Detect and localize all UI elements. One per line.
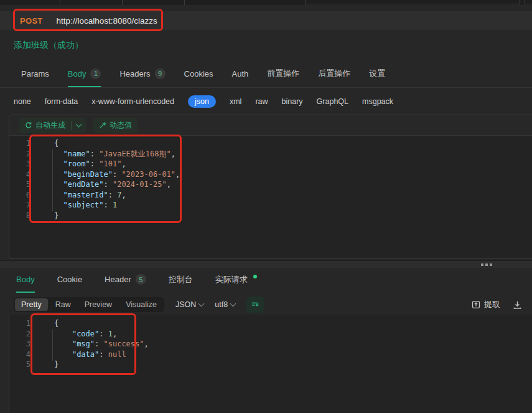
body-type-x-www-form-urlencoded[interactable]: x-www-form-urlencoded <box>91 97 174 106</box>
status-dot <box>253 275 257 278</box>
auto-generate-button[interactable]: 自动生成 <box>19 120 71 131</box>
method-selector[interactable]: POST <box>20 16 43 26</box>
wand-icon <box>99 121 106 129</box>
download-button[interactable] <box>513 300 522 310</box>
tab-body[interactable]: Body 1 <box>68 62 101 87</box>
tab-settings[interactable]: 设置 <box>369 62 385 87</box>
body-type-raw[interactable]: raw <box>255 97 268 106</box>
tab-console[interactable]: 控制台 <box>169 268 193 293</box>
extract-icon <box>472 300 480 309</box>
tab-response-body[interactable]: Body <box>16 268 35 293</box>
chevron-down-icon <box>230 301 236 307</box>
auto-generate-button-group: 自动生成 <box>19 118 86 133</box>
dynamic-value-button[interactable]: 动态值 <box>93 118 138 133</box>
indent-guide <box>52 330 53 361</box>
panel-resize-handle[interactable] <box>0 260 532 268</box>
request-json-editor[interactable]: 12345678 { "name": "JavaEE就业168期", "room… <box>9 136 532 259</box>
request-body-panel: 自动生成 动态值 12345678 { "name": <box>9 115 532 259</box>
tab-outline <box>305 0 520 4</box>
auto-generate-dropdown[interactable] <box>72 124 86 126</box>
tab-headers[interactable]: Headers 9 <box>119 62 165 87</box>
line-number-gutter: 12345 <box>9 318 40 370</box>
line-number-gutter: 12345678 <box>9 138 40 221</box>
tab-outline <box>525 0 532 4</box>
indent-guide <box>52 150 53 211</box>
request-json-code[interactable]: { "name": "JavaEE就业168期", "room": "101",… <box>54 138 180 221</box>
header-count-badge: 5 <box>136 274 146 285</box>
view-mode-raw[interactable]: Raw <box>49 298 77 311</box>
tab-divider <box>60 0 60 5</box>
refresh-icon <box>25 121 32 129</box>
tab-divider <box>184 0 185 5</box>
view-mode-pretty[interactable]: Pretty <box>15 298 48 311</box>
body-type-bar: none form-data x-www-form-urlencoded jso… <box>0 91 532 112</box>
download-icon <box>513 300 522 310</box>
body-count-badge: 1 <box>90 69 101 79</box>
tab-divider <box>520 0 520 5</box>
body-type-none[interactable]: none <box>14 97 31 106</box>
body-type-binary[interactable]: binary <box>282 97 303 106</box>
tab-divider <box>122 0 123 5</box>
window-tab-strip <box>0 0 532 5</box>
tab-auth[interactable]: Auth <box>232 62 249 87</box>
body-type-json[interactable]: json <box>188 95 216 108</box>
view-mode-switch: Pretty Raw Preview Visualize <box>14 297 164 312</box>
format-icon <box>251 300 259 309</box>
request-editor-toolbar: 自动生成 动态值 <box>9 115 532 136</box>
tab-response-cookie[interactable]: Cookie <box>57 268 82 293</box>
tab-post-operations[interactable]: 后置操作 <box>318 62 350 87</box>
view-mode-preview[interactable]: Preview <box>78 298 118 311</box>
tab-cookies[interactable]: Cookies <box>184 62 213 87</box>
url-input[interactable]: http://localhost:8080/clazzs <box>57 16 157 26</box>
view-mode-visualize[interactable]: Visualize <box>119 298 163 311</box>
response-actions: 提取 <box>472 295 522 314</box>
request-tab-bar: Params Body 1 Headers 9 Cookies Auth 前置操… <box>0 62 532 88</box>
response-json-code[interactable]: { "code": 1, "msg": "success", "data": n… <box>54 318 149 370</box>
body-type-xml[interactable]: xml <box>230 97 241 106</box>
body-type-msgpack[interactable]: msgpack <box>362 97 393 106</box>
chevron-down-icon <box>76 121 82 128</box>
tab-pre-operations[interactable]: 前置操作 <box>267 62 299 87</box>
tab-actual-request[interactable]: 实际请求 <box>215 268 257 293</box>
encoding-dropdown[interactable]: utf8 <box>215 300 235 309</box>
headers-count-badge: 9 <box>155 69 166 79</box>
wrap-format-button[interactable] <box>246 297 264 313</box>
response-view-toolbar: Pretty Raw Preview Visualize JSON utf8 <box>0 295 532 314</box>
api-client-window: POST http://localhost:8080/clazzs 添加班级（成… <box>0 0 532 413</box>
tab-params[interactable]: Params <box>21 62 49 87</box>
response-tab-bar: Body Cookie Header 5 控制台 实际请求 <box>0 268 532 293</box>
extract-button[interactable]: 提取 <box>472 299 500 310</box>
request-title: 添加班级（成功） <box>14 40 83 51</box>
response-json-viewer[interactable]: 12345 { "code": 1, "msg": "success", "da… <box>9 315 532 413</box>
body-type-form-data[interactable]: form-data <box>45 97 78 106</box>
body-type-graphql[interactable]: GraphQL <box>317 97 348 106</box>
url-bar: POST http://localhost:8080/clazzs <box>0 11 532 30</box>
chevron-down-icon <box>198 301 205 307</box>
format-dropdown[interactable]: JSON <box>175 300 203 309</box>
drag-dots-icon <box>481 263 492 266</box>
tab-response-header[interactable]: Header 5 <box>105 268 146 293</box>
